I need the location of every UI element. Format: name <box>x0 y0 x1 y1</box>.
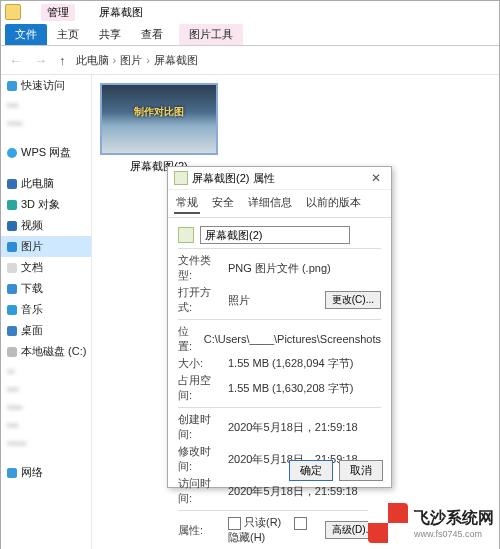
sidebar-item[interactable]: ▪▪▪▪ <box>1 398 91 416</box>
label-hidden: 隐藏(H) <box>228 531 265 543</box>
file-icon <box>174 171 188 185</box>
watermark-url: www.fs0745.com <box>414 529 494 539</box>
window-title: 屏幕截图 <box>99 5 143 20</box>
readonly-checkbox[interactable] <box>228 517 241 530</box>
ribbon-tools[interactable]: 图片工具 <box>179 24 243 45</box>
label-modified: 修改时间: <box>178 444 222 474</box>
dialog-body: 文件类型:PNG 图片文件 (.png) 打开方式:照片更改(C)... 位置:… <box>168 218 391 549</box>
thumbnail-icon: 制作对比图 <box>100 83 218 155</box>
sidebar-pictures[interactable]: 图片 <box>1 236 91 257</box>
tab-details[interactable]: 详细信息 <box>246 193 294 214</box>
value-created: 2020年5月18日，21:59:18 <box>228 420 381 435</box>
label-type: 文件类型: <box>178 253 222 283</box>
sidebar-videos[interactable]: 视频 <box>1 215 91 236</box>
label-attrs: 属性: <box>178 523 222 538</box>
sidebar-quick[interactable]: 快速访问 <box>1 75 91 96</box>
ribbon-home[interactable]: 主页 <box>47 24 89 45</box>
label-readonly: 只读(R) <box>244 516 281 528</box>
ribbon-share[interactable]: 共享 <box>89 24 131 45</box>
value-loc: C:\Users\____\Pictures\Screenshots <box>204 333 381 345</box>
logo-icon <box>368 503 408 543</box>
properties-dialog: 屏幕截图(2) 属性 ✕ 常规 安全 详细信息 以前的版本 文件类型:PNG 图… <box>167 166 392 488</box>
label-size: 大小: <box>178 356 222 371</box>
file-item[interactable]: 制作对比图 屏幕截图(2) <box>100 83 218 174</box>
value-size: 1.55 MB (1,628,094 字节) <box>228 356 381 371</box>
nav-fwd-icon[interactable]: → <box>32 53 49 68</box>
sidebar-docs[interactable]: 文档 <box>1 257 91 278</box>
dialog-title: 屏幕截图(2) 属性 <box>192 171 275 186</box>
chevron-right-icon: › <box>146 54 150 66</box>
watermark-title: 飞沙系统网 <box>414 509 494 526</box>
label-created: 创建时间: <box>178 412 222 442</box>
folder-icon <box>5 4 21 20</box>
nav-up-icon[interactable]: ↑ <box>57 53 68 68</box>
sidebar-network[interactable]: 网络 <box>1 462 91 483</box>
hidden-checkbox[interactable] <box>294 517 307 530</box>
sidebar-downloads[interactable]: 下载 <box>1 278 91 299</box>
sidebar-3d[interactable]: 3D 对象 <box>1 194 91 215</box>
sidebar-thispc[interactable]: 此电脑 <box>1 173 91 194</box>
filename-input[interactable] <box>200 226 350 244</box>
sidebar-desktop[interactable]: 桌面 <box>1 320 91 341</box>
ribbon-file[interactable]: 文件 <box>5 24 47 45</box>
sidebar-item[interactable]: ▪▪▪▪▪ <box>1 434 91 452</box>
close-icon[interactable]: ✕ <box>367 171 385 185</box>
crumb-pictures[interactable]: 图片 <box>120 53 142 68</box>
sidebar-item[interactable]: ▪▪ <box>1 362 91 380</box>
sidebar-localc[interactable]: 本地磁盘 (C:) <box>1 341 91 362</box>
value-disk: 1.55 MB (1,630,208 字节) <box>228 381 381 396</box>
file-icon <box>178 227 194 243</box>
sidebar-item[interactable]: ▪▪▪ <box>1 380 91 398</box>
value-type: PNG 图片文件 (.png) <box>228 261 381 276</box>
value-opens: 照片 <box>228 293 319 308</box>
sidebar-wps[interactable]: WPS 网盘 <box>1 142 91 163</box>
ribbon-view[interactable]: 查看 <box>131 24 173 45</box>
label-disk: 占用空间: <box>178 373 222 403</box>
sidebar: 快速访问 ▪▪▪ ▪▪▪▪ WPS 网盘 此电脑 3D 对象 视频 图片 文档 … <box>1 75 92 549</box>
nav-bar: ← → ↑ 此电脑 › 图片 › 屏幕截图 <box>1 46 499 75</box>
tab-general[interactable]: 常规 <box>174 193 200 214</box>
dialog-titlebar: 屏幕截图(2) 属性 ✕ <box>168 167 391 190</box>
ok-button[interactable]: 确定 <box>289 460 333 481</box>
sidebar-item[interactable]: ▪▪▪ <box>1 416 91 434</box>
change-button[interactable]: 更改(C)... <box>325 291 381 309</box>
breadcrumb[interactable]: 此电脑 › 图片 › 屏幕截图 <box>76 53 198 68</box>
tab-previous[interactable]: 以前的版本 <box>304 193 363 214</box>
crumb-screenshots[interactable]: 屏幕截图 <box>154 53 198 68</box>
nav-back-icon[interactable]: ← <box>7 53 24 68</box>
chevron-right-icon: › <box>113 54 117 66</box>
titlebar: 管理 屏幕截图 <box>1 1 499 23</box>
label-loc: 位置: <box>178 324 198 354</box>
label-accessed: 访问时间: <box>178 476 222 506</box>
value-accessed: 2020年5月18日，21:59:18 <box>228 484 381 499</box>
dialog-tabs: 常规 安全 详细信息 以前的版本 <box>168 190 391 218</box>
watermark: 飞沙系统网 www.fs0745.com <box>368 503 494 543</box>
crumb-root[interactable]: 此电脑 <box>76 53 109 68</box>
sidebar-item[interactable]: ▪▪▪▪ <box>1 114 91 132</box>
tab-security[interactable]: 安全 <box>210 193 236 214</box>
cancel-button[interactable]: 取消 <box>339 460 383 481</box>
sidebar-music[interactable]: 音乐 <box>1 299 91 320</box>
ribbon: 文件 主页 共享 查看 图片工具 <box>1 23 499 46</box>
sidebar-item[interactable]: ▪▪▪ <box>1 96 91 114</box>
context-tab: 管理 <box>41 4 75 21</box>
label-opens: 打开方式: <box>178 285 222 315</box>
